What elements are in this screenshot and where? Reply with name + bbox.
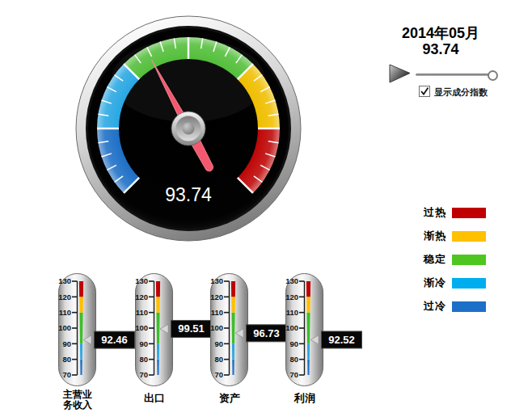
gauge-value: 93.74 bbox=[165, 184, 212, 205]
svg-text:90: 90 bbox=[214, 339, 223, 348]
period-value: 93.74 bbox=[368, 41, 513, 58]
thermometer-chart: 13012011010090807092.52 bbox=[285, 273, 366, 387]
svg-text:120: 120 bbox=[135, 293, 148, 301]
thermometer-chart: 13012011010090807092.46 bbox=[58, 273, 139, 387]
svg-text:110: 110 bbox=[286, 308, 298, 317]
svg-text:110: 110 bbox=[59, 308, 71, 317]
svg-text:90: 90 bbox=[62, 339, 71, 348]
dashboard: 93.74 2014年05月 93.74 显示成分指数 过热 渐热 稳定 渐冷 bbox=[0, 0, 532, 417]
thermometer-revenue: 13012011010090807092.46 bbox=[58, 273, 139, 387]
show-components-checkbox[interactable] bbox=[419, 86, 430, 97]
period-label: 2014年05月 bbox=[368, 23, 513, 43]
legend-label: 过热 bbox=[417, 205, 446, 220]
gauge-hub-center bbox=[183, 123, 195, 135]
legend-swatch-green bbox=[452, 255, 486, 265]
legend-item-overheat: 过热 bbox=[417, 205, 486, 220]
legend-label: 稳定 bbox=[417, 252, 446, 267]
svg-text:80: 80 bbox=[214, 355, 223, 364]
legend-label: 渐冷 bbox=[417, 276, 446, 290]
play-button[interactable] bbox=[389, 64, 412, 83]
legend: 过热 渐热 稳定 渐冷 过冷 bbox=[417, 205, 486, 322]
timeline-slider-handle[interactable] bbox=[488, 70, 498, 81]
thermometer-export: 13012011010090807099.51 bbox=[135, 273, 216, 387]
svg-text:130: 130 bbox=[285, 276, 298, 285]
legend-item-cooling: 渐冷 bbox=[417, 276, 486, 290]
thermometer-name: 出口 bbox=[121, 393, 188, 404]
svg-text:130: 130 bbox=[210, 276, 223, 285]
svg-text:70: 70 bbox=[62, 370, 71, 379]
svg-text:96.73: 96.73 bbox=[253, 327, 280, 339]
svg-text:70: 70 bbox=[214, 370, 223, 379]
legend-item-overcool: 过冷 bbox=[417, 299, 486, 314]
legend-label: 过冷 bbox=[417, 299, 446, 314]
svg-text:100: 100 bbox=[135, 323, 148, 332]
checkmark-icon bbox=[420, 86, 429, 96]
play-icon bbox=[390, 65, 410, 82]
svg-text:70: 70 bbox=[289, 370, 298, 379]
legend-label: 渐热 bbox=[417, 229, 446, 243]
thermometer-profit: 13012011010090807092.52 bbox=[285, 273, 366, 387]
legend-swatch-red bbox=[452, 208, 486, 218]
svg-text:120: 120 bbox=[210, 293, 223, 301]
svg-text:92.46: 92.46 bbox=[101, 334, 128, 346]
legend-swatch-lightblue bbox=[452, 278, 486, 289]
legend-item-stable: 稳定 bbox=[417, 252, 486, 267]
legend-item-warming: 渐热 bbox=[417, 229, 486, 243]
svg-text:90: 90 bbox=[139, 339, 148, 348]
timeline-slider-track[interactable] bbox=[416, 74, 496, 76]
svg-text:80: 80 bbox=[139, 355, 148, 364]
svg-text:110: 110 bbox=[211, 308, 223, 317]
svg-text:100: 100 bbox=[58, 323, 71, 332]
show-components-label[interactable]: 显示成分指数 bbox=[434, 86, 488, 99]
gauge-chart: 93.74 bbox=[75, 15, 302, 242]
thermometer-chart: 13012011010090807096.73 bbox=[210, 273, 291, 387]
thermometer-assets: 13012011010090807096.73 bbox=[210, 273, 291, 387]
thermometer-chart: 13012011010090807099.51 bbox=[135, 273, 216, 387]
svg-text:130: 130 bbox=[135, 276, 148, 285]
svg-text:90: 90 bbox=[289, 339, 298, 348]
legend-swatch-amber bbox=[452, 231, 486, 242]
svg-text:92.52: 92.52 bbox=[328, 334, 355, 346]
legend-swatch-blue bbox=[452, 301, 486, 312]
thermometer-name: 主营业 务收入 bbox=[44, 390, 111, 410]
svg-text:80: 80 bbox=[62, 355, 71, 364]
svg-text:70: 70 bbox=[139, 370, 148, 379]
svg-text:120: 120 bbox=[285, 293, 298, 301]
svg-text:130: 130 bbox=[58, 276, 71, 285]
svg-text:100: 100 bbox=[210, 323, 223, 332]
svg-text:100: 100 bbox=[285, 323, 298, 332]
svg-text:120: 120 bbox=[58, 293, 71, 301]
thermometer-name: 资产 bbox=[196, 393, 263, 404]
svg-text:99.51: 99.51 bbox=[178, 322, 205, 335]
svg-text:80: 80 bbox=[289, 355, 298, 364]
thermometer-name: 利润 bbox=[272, 393, 338, 404]
svg-text:110: 110 bbox=[136, 308, 148, 317]
